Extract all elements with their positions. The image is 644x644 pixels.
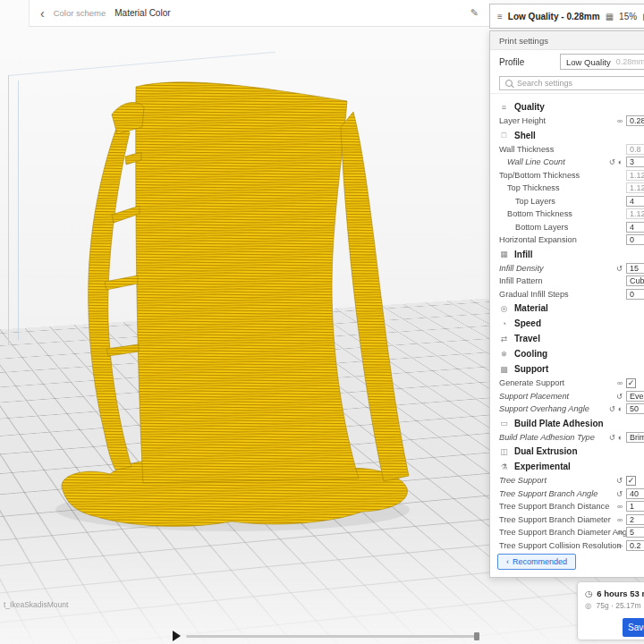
info-icon[interactable]: ◐ — [618, 158, 623, 166]
setting-value[interactable]: 0 — [626, 234, 644, 245]
revert-icon[interactable]: ↺ — [616, 265, 623, 273]
link-icon[interactable]: ∞ — [617, 117, 623, 125]
profile-row: Profile Low Quality 0.28mm ▾ — [490, 50, 644, 73]
category-infill[interactable]: ▦Infill — [490, 247, 644, 262]
revert-icon[interactable]: ↺ — [616, 490, 623, 498]
link-icon[interactable]: ∞ — [617, 379, 623, 387]
setting-value[interactable]: 1.12 — [626, 208, 644, 219]
setting-value[interactable]: 50 — [626, 403, 644, 414]
search-input[interactable]: Search settings — [499, 76, 644, 90]
view-options-bar: ‹ Color scheme Material Color ✎ — [29, 0, 489, 27]
recommended-button[interactable]: ‹ Recommended — [497, 554, 576, 570]
print-time-row: ◷ 6 hours 53 minutes — [585, 589, 644, 598]
setting-value[interactable]: 5 — [626, 527, 644, 538]
category-dual-extrusion[interactable]: ◫Dual Extrusion — [490, 444, 644, 459]
setting-wall-line-count[interactable]: Wall Line Count↺◐3 — [490, 156, 644, 169]
setting-top-layers[interactable]: Top Layers4 — [490, 195, 644, 208]
quality-profile-label: Low Quality - 0.28mm — [508, 12, 600, 21]
setting-generate-support[interactable]: Generate Support∞✓ — [490, 377, 644, 390]
category-material[interactable]: ◎Material — [490, 301, 644, 316]
back-chevron-icon[interactable]: ‹ — [40, 7, 45, 20]
setting-top-bottom-thickness[interactable]: Top/Bottom Thickness1.12 — [490, 169, 644, 182]
revert-icon[interactable]: ↺ — [609, 434, 615, 442]
setting-label: Top/Bottom Thickness — [499, 171, 623, 180]
setting-label: Tree Support Branch Diameter Angle — [499, 528, 617, 537]
category-travel[interactable]: ⇄Travel — [490, 331, 644, 346]
revert-icon[interactable]: ↺ — [609, 158, 615, 166]
setting-value[interactable]: 1 — [626, 501, 644, 512]
category-speed[interactable]: ◔Speed — [490, 316, 644, 331]
setting-layer-height[interactable]: Layer Height∞0.28 — [490, 114, 644, 128]
setting-horizontal-expansion[interactable]: Horizontal Expansion0 — [490, 233, 644, 247]
setting-infill-density[interactable]: Infill Density↺15 — [490, 262, 644, 275]
setting-tree-support-collision-resolution[interactable]: Tree Support Collision Resolution∞0.2 — [490, 539, 644, 553]
setting-icons: ↺ — [616, 477, 623, 485]
setting-tree-support-branch-angle[interactable]: Tree Support Branch Angle↺40 — [490, 487, 644, 501]
setting-gradual-infill-steps[interactable]: Gradual Infill Steps0 — [490, 288, 644, 301]
setting-value[interactable]: 1.12 — [626, 182, 644, 193]
setting-label: Tree Support Branch Diameter — [499, 515, 617, 524]
setting-icons: ↺◐ — [609, 158, 623, 166]
setting-value[interactable]: 1.12 — [626, 170, 644, 181]
setting-wall-thickness[interactable]: Wall Thickness0.8 — [490, 143, 644, 157]
setting-label: Tree Support Branch Angle — [499, 489, 616, 498]
setting-value[interactable]: Brim — [626, 432, 644, 443]
setting-value[interactable]: 3 — [626, 157, 644, 167]
setting-build-plate-adhesion-type[interactable]: Build Plate Adhesion Type↺◐Brim — [490, 431, 644, 445]
color-scheme-dropdown[interactable]: Material Color — [114, 8, 170, 18]
category-label: Dual Extrusion — [514, 446, 578, 456]
setting-value[interactable]: 0.8 — [626, 144, 644, 155]
category-label: Speed — [514, 318, 541, 328]
setting-tree-support-branch-distance[interactable]: Tree Support Branch Distance∞1 — [490, 500, 644, 513]
setting-value[interactable]: Cubic — [626, 275, 644, 286]
setting-bottom-thickness[interactable]: Bottom Thickness1.12 — [490, 208, 644, 221]
edit-pencil-icon[interactable]: ✎ — [470, 7, 479, 19]
link-icon[interactable]: ∞ — [617, 503, 623, 511]
revert-icon[interactable]: ↺ — [616, 393, 623, 401]
play-button[interactable] — [173, 631, 181, 641]
setting-checkbox[interactable]: ✓ — [626, 378, 636, 388]
category-support[interactable]: ▩Support — [490, 361, 644, 377]
category-cooling[interactable]: ❄Cooling — [490, 346, 644, 361]
setting-value[interactable]: 0.28 — [626, 115, 644, 126]
setting-value[interactable]: 0 — [626, 289, 644, 300]
category-build-plate-adhesion[interactable]: ▭Build Plate Adhesion — [490, 416, 644, 431]
setting-top-thickness[interactable]: Top Thickness1.12 — [490, 182, 644, 195]
setting-value[interactable]: 4 — [626, 196, 644, 207]
setting-bottom-layers[interactable]: Bottom Layers4 — [490, 221, 644, 234]
setting-support-overhang-angle[interactable]: Support Overhang Angle↺◐50 — [490, 402, 644, 416]
cooling-icon: ❄ — [499, 350, 509, 359]
category-quality[interactable]: ≡Quality — [490, 99, 644, 114]
setting-tree-support[interactable]: Tree Support↺✓ — [490, 474, 644, 487]
setting-value[interactable]: Everywhere — [626, 391, 644, 402]
category-experimental[interactable]: ⚗Experimental — [490, 459, 644, 474]
setting-tree-support-branch-diameter[interactable]: Tree Support Branch Diameter∞2 — [490, 513, 644, 527]
timeline-handle[interactable] — [474, 632, 479, 640]
setting-value[interactable]: 15 — [626, 263, 644, 274]
link-icon[interactable]: ∞ — [617, 542, 623, 550]
setting-value[interactable]: 0.2 — [626, 540, 644, 551]
setting-icons: ∞ — [617, 379, 623, 387]
setting-icons: ∞ — [617, 117, 623, 125]
link-icon[interactable]: ∞ — [617, 516, 623, 524]
setting-value[interactable]: 40 — [626, 488, 644, 499]
print-settings-widget[interactable]: ≡ Low Quality - 0.28mm ▦ 15% ▩ ▴ — [489, 4, 644, 29]
setting-value[interactable]: 4 — [626, 222, 644, 233]
simulation-timeline-slider[interactable] — [186, 635, 479, 638]
info-icon[interactable]: ◐ — [618, 405, 623, 413]
profile-dropdown[interactable]: Low Quality 0.28mm ▾ — [560, 54, 644, 70]
save-button[interactable]: Save to File — [623, 618, 644, 637]
info-icon[interactable]: ◐ — [618, 434, 623, 442]
link-icon[interactable]: ∞ — [617, 529, 623, 537]
setting-checkbox[interactable]: ✓ — [626, 476, 636, 486]
setting-label: Wall Line Count — [499, 157, 609, 166]
revert-icon[interactable]: ↺ — [616, 477, 623, 485]
setting-value[interactable]: 2 — [626, 514, 644, 525]
sliced-model-preview[interactable] — [49, 72, 434, 546]
setting-support-placement[interactable]: Support Placement↺Everywhere — [490, 390, 644, 403]
setting-tree-support-branch-diameter-angle[interactable]: Tree Support Branch Diameter Angle∞5 — [490, 526, 644, 539]
category-shell[interactable]: □Shell — [490, 128, 644, 143]
setting-infill-pattern[interactable]: Infill PatternCubic — [490, 275, 644, 288]
revert-icon[interactable]: ↺ — [609, 405, 615, 413]
print-settings-panel: Print settings Profile Low Quality 0.28m… — [489, 30, 644, 578]
